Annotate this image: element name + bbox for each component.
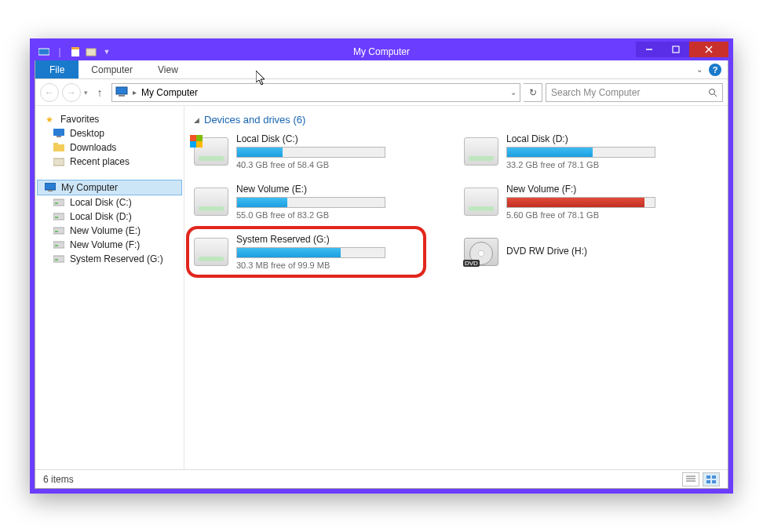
drive-name: Local Disk (D:) [506,133,684,144]
details-view-button[interactable] [682,472,699,486]
svg-rect-24 [55,231,58,232]
address-bar[interactable]: ▸ My Computer ⌄ [111,83,520,102]
sidebar-item-label: System Reserved (G:) [70,253,163,264]
qat-icon-properties[interactable] [69,46,82,58]
drive-usage-bar [236,147,385,158]
recent-icon [53,156,65,167]
hard-drive-icon [194,238,228,266]
hard-drive-icon [464,137,498,166]
tiles-view-button[interactable] [703,472,720,486]
address-dropdown-icon[interactable]: ⌄ [510,88,517,97]
section-heading-text: Devices and drives (6) [204,114,305,126]
svg-rect-20 [55,202,58,204]
hard-drive-icon [194,137,228,166]
forward-button[interactable]: → [62,83,81,102]
tab-file[interactable]: File [35,60,78,78]
svg-rect-13 [57,136,61,137]
svg-line-11 [714,94,717,97]
search-placeholder: Search My Computer [551,87,640,98]
sidebar-favorites-header[interactable]: ★ Favorites [35,112,184,126]
sidebar-item-downloads[interactable]: Downloads [35,140,184,155]
drive-free-text: 33.2 GB free of 78.1 GB [506,160,684,169]
refresh-button[interactable]: ↻ [524,83,542,102]
svg-point-10 [710,89,715,94]
back-button[interactable]: ← [40,83,59,102]
sidebar-item-drive-d[interactable]: Local Disk (D:) [35,210,184,224]
desktop-icon [53,128,65,139]
minimize-button[interactable] [636,42,663,57]
drive-icon [53,239,65,250]
drive-free-text: 30.3 MB free of 99.9 MB [236,261,414,270]
up-button[interactable]: ↑ [91,84,108,101]
svg-rect-0 [38,49,49,55]
collapse-triangle-icon[interactable]: ◢ [194,116,199,124]
drive-name: Local Disk (C:) [236,133,414,144]
sidebar-item-drive-g[interactable]: System Reserved (G:) [35,252,184,266]
svg-rect-16 [53,159,64,166]
svg-rect-28 [55,259,58,261]
sidebar-item-label: My Computer [61,182,118,193]
close-button[interactable] [689,42,728,57]
tab-computer[interactable]: Computer [78,60,145,78]
sidebar-item-label: Local Disk (D:) [70,211,132,222]
svg-rect-26 [55,245,58,246]
sidebar-item-recent[interactable]: Recent places [35,155,184,169]
svg-rect-12 [53,129,64,136]
sidebar-item-label: Local Disk (C:) [70,197,132,208]
maximize-button[interactable] [663,42,689,57]
sidebar-item-drive-f[interactable]: New Volume (F:) [35,238,184,252]
drive-tile[interactable]: DVD RW Drive (H:) [464,234,684,270]
navigation-pane: ★ Favorites Desktop Downloads Recent pla… [35,106,184,469]
drive-tile[interactable]: New Volume (F:)5.60 GB free of 78.1 GB [464,184,684,220]
main-content: ◢ Devices and drives (6) Local Disk (C:)… [184,106,728,469]
qat-separator: | [53,46,66,58]
dvd-drive-icon [464,238,498,266]
svg-rect-9 [119,95,125,97]
svg-rect-18 [48,190,53,191]
qat-dropdown-icon[interactable]: ▼ [100,46,113,58]
titlebar: | ▼ My Computer [35,43,728,60]
drive-usage-bar [236,247,385,258]
drive-tile[interactable]: System Reserved (G:)30.3 MB free of 99.9… [194,234,414,270]
sidebar-item-label: New Volume (F:) [70,239,140,250]
section-heading[interactable]: ◢ Devices and drives (6) [194,114,718,126]
svg-rect-8 [116,87,127,94]
qat-icon-newfolder[interactable] [85,46,97,58]
status-bar: 6 items [35,469,728,488]
hard-drive-icon [464,188,498,216]
star-icon: ★ [43,114,56,125]
window-title: My Computer [35,46,728,57]
navigation-row: ← → ▾ ↑ ▸ My Computer ⌄ ↻ Search My Comp… [35,79,728,106]
address-location[interactable]: My Computer [141,87,198,98]
sidebar-item-drive-c[interactable]: Local Disk (C:) [35,195,184,210]
drive-name: New Volume (F:) [506,184,684,195]
sidebar-item-label: Downloads [70,142,116,153]
breadcrumb-chevron-icon[interactable]: ▸ [133,88,137,97]
svg-rect-3 [86,49,96,56]
sidebar-item-desktop[interactable]: Desktop [35,126,184,140]
qat-icon-system[interactable] [38,46,50,58]
tab-view[interactable]: View [145,60,191,78]
svg-rect-15 [53,143,58,145]
drive-tile[interactable]: Local Disk (D:)33.2 GB free of 78.1 GB [464,133,684,169]
svg-rect-32 [706,476,710,479]
drive-free-text: 5.60 GB free of 78.1 GB [506,210,684,220]
search-input[interactable]: Search My Computer [546,83,723,102]
sidebar-item-drive-e[interactable]: New Volume (E:) [35,224,184,238]
drive-usage-bar [506,197,655,208]
favorites-label: Favorites [60,114,99,125]
help-icon[interactable]: ? [709,64,721,76]
ribbon-collapse-icon[interactable]: ⌄ [696,65,703,74]
svg-rect-33 [712,476,716,479]
svg-rect-14 [53,144,64,151]
computer-icon [115,86,128,99]
drive-name: New Volume (E:) [236,184,414,195]
drive-tile[interactable]: New Volume (E:)55.0 GB free of 83.2 GB [194,184,414,220]
drive-tile[interactable]: Local Disk (C:)40.3 GB free of 58.4 GB [194,133,414,169]
sidebar-item-mycomputer[interactable]: My Computer [37,180,182,195]
drive-name: System Reserved (G:) [236,234,414,245]
history-dropdown-icon[interactable]: ▾ [84,89,88,97]
sidebar-item-label: Desktop [70,128,104,139]
drive-icon [53,211,65,222]
computer-icon [44,182,57,193]
